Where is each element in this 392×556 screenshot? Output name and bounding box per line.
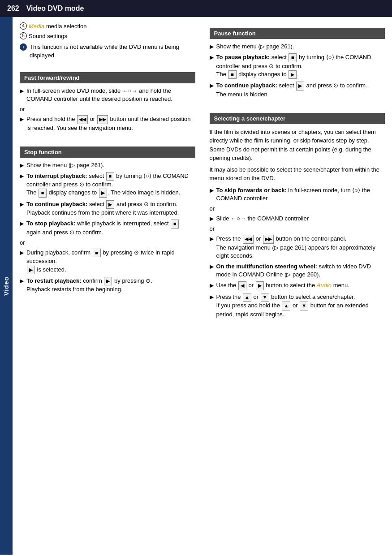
bullet-arrow-11: ▶ — [210, 82, 214, 90]
btn-pause3: ▶ — [289, 70, 297, 79]
stop-during: ▶ During playback, confirm ■ by pressing… — [20, 249, 195, 274]
scene-use-btn: ▶ Use the ◀ or ▶ button to select the Au… — [210, 281, 385, 290]
btn-rewind: ◀◀ — [77, 115, 88, 124]
bullet-arrow-6: ▶ — [20, 220, 24, 228]
scene-multifunction: ▶ On the multifunction steering wheel: s… — [210, 263, 385, 279]
bullet-arrow-16: ▶ — [210, 282, 214, 289]
scene-slide: ▶ Slide ←○→ the COMAND controller — [210, 215, 385, 223]
stop-function-section: Stop function ▶ Show the menu (▷ page 26… — [20, 147, 195, 294]
bullet-arrow-17: ▶ — [210, 293, 214, 301]
bullet-arrow-3: ▶ — [20, 162, 24, 169]
stop-restart: ▶ To restart playback: confirm ▶ by pres… — [20, 277, 195, 294]
btn-scene-ff: ▶▶ — [263, 235, 274, 243]
info-icon: i — [20, 43, 27, 51]
btn-stop2: ■ — [39, 189, 47, 197]
item-sound: 5 Sound settings — [20, 32, 195, 40]
btn-play: ▶ — [99, 189, 107, 197]
item-media: 4 Media media selection — [20, 22, 195, 30]
stop-stop: ▶ To stop playback: while playback is in… — [20, 220, 195, 237]
btn-stop3: ■ — [171, 220, 179, 228]
scene-press-btn: ▶ Press the ◀◀ or ▶▶ button on the contr… — [210, 235, 385, 260]
scene-chapter-section: Selecting a scene/chapter If the film is… — [210, 113, 385, 319]
bullet-arrow-2: ▶ — [20, 116, 24, 123]
btn-scene-left: ◀ — [238, 281, 246, 290]
stop-function-header: Stop function — [20, 147, 195, 158]
num-5: 5 — [20, 32, 27, 39]
btn-stop4: ■ — [93, 249, 101, 257]
btn-pause4: ▶ — [296, 82, 304, 90]
pause-continue: ▶ To continue playback: select ▶ and pre… — [210, 82, 385, 99]
or-2: or — [20, 239, 195, 246]
scene-intro2: It may also be possible to select the sc… — [210, 165, 385, 183]
stop-continue: ▶ To continue playback: select ▶ and pre… — [20, 200, 195, 217]
btn-scene-rw: ◀◀ — [243, 235, 254, 243]
bullet-arrow-12: ▶ — [210, 187, 214, 194]
bullet-arrow-5: ▶ — [20, 201, 24, 208]
fast-forward-item1: ▶ In full-screen video DVD mode, slide ←… — [20, 87, 195, 103]
scene-chapter-header: Selecting a scene/chapter — [210, 113, 385, 124]
bullet-arrow-13: ▶ — [210, 215, 214, 223]
bullet-arrow-15: ▶ — [210, 263, 214, 271]
pause-pause: ▶ To pause playback: select ■ by turning… — [210, 53, 385, 79]
media-link: Media — [29, 23, 44, 30]
stop-show-menu: ▶ Show the menu (▷ page 261). — [20, 161, 195, 169]
pause-show-menu: ▶ Show the menu (▷ page 261). — [210, 43, 385, 51]
scene-press-updown: ▶ Press the ▲ or ▼ button to select a sc… — [210, 293, 385, 319]
bullet-arrow-9: ▶ — [210, 43, 214, 51]
page-header: 262 Video DVD mode — [0, 0, 392, 17]
or-4: or — [210, 225, 385, 232]
btn-play3: ▶ — [27, 266, 35, 274]
btn-scene-up2: ▲ — [282, 302, 290, 310]
btn-play4: ▶ — [104, 277, 112, 285]
btn-stop: ■ — [106, 172, 114, 181]
bullet-arrow-7: ▶ — [20, 249, 24, 257]
bullet-arrow: ▶ — [20, 87, 24, 95]
sidebar-label: Video — [3, 276, 10, 296]
stop-interrupt: ▶ To interrupt playback: select ■ by tur… — [20, 172, 195, 198]
or-1: or — [20, 106, 195, 112]
bullet-arrow-10: ▶ — [210, 54, 214, 61]
page-title: Video DVD mode — [26, 4, 84, 13]
bullet-arrow-4: ▶ — [20, 172, 24, 180]
sidebar: Video — [0, 17, 13, 555]
fast-forward-item2: ▶ Press and hold the ◀◀ or ▶▶ button unt… — [20, 115, 195, 132]
btn-scene-right: ▶ — [256, 281, 264, 290]
fast-forward-section: Fast forward/rewind ▶ In full-screen vid… — [20, 72, 195, 132]
btn-scene-down2: ▼ — [300, 302, 308, 310]
right-column: Pause function ▶ Show the menu (▷ page 2… — [202, 22, 392, 549]
fast-forward-header: Fast forward/rewind — [20, 72, 195, 83]
left-column: 4 Media media selection 5 Sound settings… — [13, 22, 202, 549]
info-block: i This function is not available while t… — [20, 43, 195, 59]
btn-pause: ■ — [289, 53, 297, 62]
audio-link: Audio — [317, 282, 332, 289]
btn-scene-up: ▲ — [243, 293, 251, 302]
bullet-arrow-14: ▶ — [210, 235, 214, 243]
pause-function-section: Pause function ▶ Show the menu (▷ page 2… — [210, 28, 385, 99]
num-4: 4 — [20, 22, 27, 30]
btn-ffwd: ▶▶ — [97, 115, 108, 124]
btn-play2: ▶ — [106, 200, 114, 209]
page-number: 262 — [7, 4, 19, 13]
or-3: or — [210, 205, 385, 212]
btn-pause2: ■ — [228, 70, 237, 79]
scene-intro1: If the film is divided into scenes or ch… — [210, 128, 385, 163]
scene-skip: ▶ To skip forwards or back: in full-scre… — [210, 186, 385, 203]
btn-scene-down: ▼ — [261, 293, 269, 302]
pause-function-header: Pause function — [210, 28, 385, 39]
bullet-arrow-8: ▶ — [20, 277, 24, 285]
